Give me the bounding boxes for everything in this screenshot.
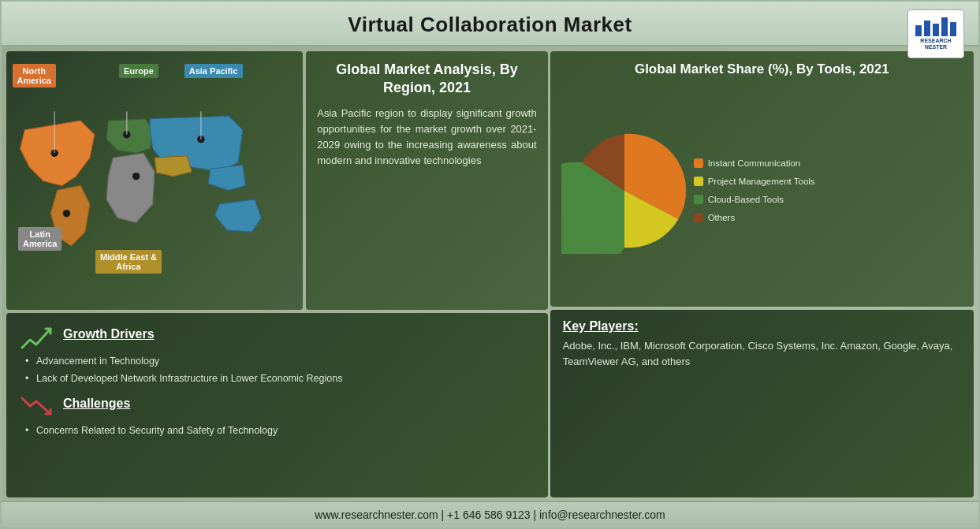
legend-dot-project [694,177,703,186]
mea-dot [132,173,140,180]
key-players-text: Adobe, Inc., IBM, Microsoft Corporation,… [563,338,961,370]
se-asia-shape [208,166,245,191]
challenge-item-1: Concerns Related to Security and Safety … [25,423,535,438]
challenges-section: Challenges Concerns Related to Security … [19,392,535,438]
logo-bars [915,17,956,36]
middle-east-shape [155,156,192,177]
asia-pacific-label: Asia Pacific [184,64,243,78]
logo-bar-4 [941,17,948,36]
australia-shape [215,199,262,232]
analysis-title: Global Market Analysis, By Region, 2021 [317,61,536,98]
pie-content: Instant Communication Project Management… [561,84,963,297]
legend-label-project: Project Management Tools [708,176,815,188]
footer-text: www.researchnester.com | +1 646 586 9123… [315,509,665,521]
legend-label-cloud: Cloud-Based Tools [708,194,784,206]
legend-dot-cloud [694,195,703,204]
legend-others: Others [694,212,963,224]
logo-bar-3 [933,24,939,36]
legend-dot-others [694,213,703,222]
legend-cloud-based: Cloud-Based Tools [694,194,963,206]
main-content: NorthAmerica Europe Asia Pacific LatinAm… [2,47,978,501]
logo-bar-1 [915,25,922,36]
header: Virtual Collaboration Market RESEARCHNES… [2,2,978,47]
growth-item-1: Advancement in Technology [25,354,535,368]
legend-dot-instant [694,158,703,168]
key-players-panel: Key Players: Adobe, Inc., IBM, Microsoft… [550,310,974,497]
logo-text: RESEARCHNESTER [920,38,951,50]
page-wrapper: Virtual Collaboration Market RESEARCHNES… [0,0,980,529]
growth-item-2: Lack of Developed Network Infrastructure… [25,371,535,386]
page-title: Virtual Collaboration Market [9,13,971,37]
right-column: Global Market Share (%), By Tools, 2021 [550,51,974,497]
north-america-label: NorthAmerica [13,64,56,88]
challenges-title: Challenges [63,397,130,411]
logo: RESEARCHNESTER [907,9,964,58]
legend-project-mgmt: Project Management Tools [694,176,963,188]
middle-east-label: Middle East &Africa [95,250,162,274]
key-players-title: Key Players: [563,319,961,333]
legend-instant-comm: Instant Communication [694,158,963,170]
growth-drivers-header: Growth Drivers [19,322,535,351]
challenges-header: Challenges [19,392,535,420]
pie-svg [561,128,687,254]
world-map-svg [6,75,303,310]
pie-legend: Instant Communication Project Management… [694,158,963,224]
map-panel: NorthAmerica Europe Asia Pacific LatinAm… [6,51,303,310]
legend-label-instant: Instant Communication [708,158,801,170]
pie-title: Global Market Share (%), By Tools, 2021 [561,61,963,78]
europe-label: Europe [119,64,158,78]
growth-arrow-icon [19,322,57,351]
bottom-panels: Growth Drivers Advancement in Technology… [6,313,548,497]
africa-shape [106,153,155,222]
analysis-panel: Global Market Analysis, By Region, 2021 … [306,51,547,310]
growth-drivers-title: Growth Drivers [63,327,155,341]
left-column: NorthAmerica Europe Asia Pacific LatinAm… [6,51,548,497]
challenge-arrow-icon [19,392,57,420]
legend-label-others: Others [708,212,736,224]
latin-america-label: LatinAmerica [18,227,61,251]
latam-dot [63,210,70,217]
logo-bar-2 [924,20,930,36]
pie-chart [561,128,687,254]
growth-drivers-list: Advancement in Technology Lack of Develo… [25,354,535,386]
logo-bar-5 [950,22,956,36]
growth-panel: Growth Drivers Advancement in Technology… [6,313,548,497]
pie-panel: Global Market Share (%), By Tools, 2021 [550,51,974,307]
analysis-text: Asia Pacific region to display significa… [317,106,536,170]
footer: www.researchnester.com | +1 646 586 9123… [2,501,978,527]
top-panels: NorthAmerica Europe Asia Pacific LatinAm… [6,51,548,310]
challenges-list: Concerns Related to Security and Safety … [25,423,535,438]
